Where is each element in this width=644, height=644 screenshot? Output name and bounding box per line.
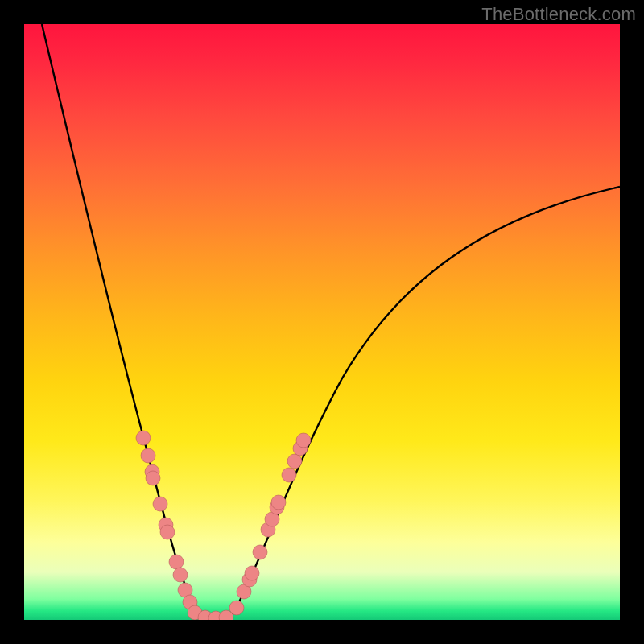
main-curve	[42, 24, 620, 618]
sample-dots	[136, 431, 311, 620]
dot	[253, 545, 267, 559]
dot	[282, 468, 296, 482]
dot	[173, 568, 188, 582]
dot	[296, 433, 311, 448]
dot	[287, 454, 302, 469]
dot	[141, 448, 155, 463]
dot	[169, 555, 184, 569]
dot	[271, 495, 286, 510]
curve-svg	[24, 24, 620, 620]
watermark-text: TheBottleneck.com	[481, 4, 636, 25]
dot	[229, 601, 244, 615]
dot	[136, 431, 151, 445]
dot	[160, 525, 175, 539]
chart-frame: TheBottleneck.com	[0, 0, 644, 644]
plot-area	[24, 24, 620, 620]
dot	[153, 497, 167, 511]
dot	[245, 566, 259, 580]
dot	[146, 471, 160, 485]
